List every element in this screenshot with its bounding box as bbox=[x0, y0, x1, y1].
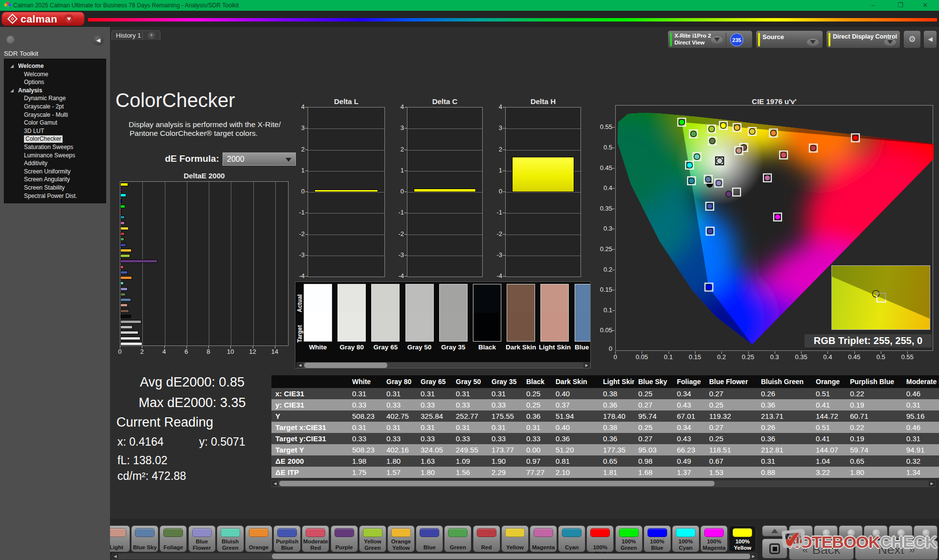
tree-item-saturation-sweeps[interactable]: Saturation Sweeps bbox=[24, 144, 73, 151]
restore-icon[interactable]: ❐ bbox=[889, 0, 912, 11]
de-bar-100-cyan bbox=[120, 194, 126, 197]
tree-item-colorchecker[interactable]: ColorChecker bbox=[24, 135, 63, 143]
panel-collapse-button[interactable]: ◀ bbox=[923, 30, 937, 48]
patch-button-cyan[interactable]: Cyan bbox=[558, 525, 585, 552]
tick bbox=[305, 276, 308, 277]
patch-button-100-blue[interactable]: 100%Blue bbox=[644, 525, 671, 552]
patch-button-red[interactable]: Red bbox=[473, 525, 500, 552]
close-icon[interactable]: ✕ bbox=[914, 0, 937, 11]
y-tick-label: 4 bbox=[490, 103, 502, 110]
display-control-dropdown[interactable]: Direct Display Control bbox=[826, 30, 900, 48]
scroll-right-icon[interactable]: ▶ bbox=[583, 363, 590, 368]
source-dropdown[interactable]: Source bbox=[756, 30, 823, 48]
tick bbox=[854, 351, 855, 354]
cell: 0.27 bbox=[634, 399, 673, 410]
add-tab-button[interactable]: + bbox=[142, 31, 160, 40]
patch-button-moderate-red[interactable]: ModerateRed bbox=[302, 525, 329, 552]
patch-button-orange[interactable]: Orange bbox=[245, 525, 272, 552]
cell: 95.16 bbox=[902, 410, 939, 422]
scroll-thumb[interactable] bbox=[272, 554, 750, 559]
y-tick-label: 3 bbox=[292, 124, 305, 131]
patch-button-purple[interactable]: Purple bbox=[331, 525, 358, 552]
tree-item-dynamic-range[interactable]: Dynamic Range bbox=[24, 95, 66, 102]
scroll-left-icon[interactable]: ◀ bbox=[297, 363, 303, 368]
patch-button-green[interactable]: Green bbox=[444, 525, 471, 552]
patch-button-magenta[interactable]: Magenta bbox=[530, 525, 557, 552]
cell: 0.43 bbox=[673, 399, 705, 410]
tree-item-screen-stability[interactable]: Screen Stability bbox=[24, 184, 65, 192]
patch-button-yellow[interactable]: Yellow bbox=[501, 525, 529, 552]
tree-item-grayscale-multi[interactable]: Grayscale - Multi bbox=[24, 111, 68, 119]
patch-button-100-yellow[interactable]: 100%Yellow bbox=[729, 525, 756, 552]
workflow-options-button[interactable] bbox=[6, 35, 16, 45]
cell: 0.31 bbox=[452, 388, 488, 399]
tree-item-color-gamut[interactable]: Color Gamut bbox=[24, 119, 57, 127]
tree-item-analysis[interactable]: Analysis bbox=[18, 87, 42, 94]
cell: 94.91 bbox=[902, 444, 939, 455]
calman-menu-dropdown-icon[interactable] bbox=[64, 14, 73, 23]
tree-item-luminance-sweeps[interactable]: Luminance Sweeps bbox=[24, 152, 75, 159]
patch-button-foliage[interactable]: Foliage bbox=[159, 525, 187, 552]
table-scrollbar[interactable]: ◀ ▶ bbox=[271, 480, 936, 487]
tree-expand-icon[interactable] bbox=[10, 65, 14, 68]
patch-button-100-cyan[interactable]: 100%Cyan bbox=[672, 525, 699, 552]
cell: 66.23 bbox=[673, 444, 705, 455]
sidebar-collapse-icon[interactable]: ◀ bbox=[93, 35, 104, 45]
tick bbox=[305, 192, 308, 192]
gridline bbox=[253, 182, 254, 345]
patch-button-100-green[interactable]: 100%Green bbox=[615, 525, 643, 552]
scroll-left-icon[interactable]: ◀ bbox=[272, 481, 278, 486]
scroll-right-icon[interactable]: ▶ bbox=[929, 481, 935, 486]
y-tick-label: 1 bbox=[292, 167, 305, 174]
cell: 0.25 bbox=[522, 388, 552, 399]
patch-button-blue-sky[interactable]: Blue Sky bbox=[131, 525, 158, 552]
tree-item-screen-uniformity[interactable]: Screen Uniformity bbox=[24, 168, 70, 175]
patch-button-100-red[interactable]: 100% Red bbox=[586, 525, 614, 552]
cell: 325.84 bbox=[417, 410, 452, 422]
gridline bbox=[407, 171, 482, 172]
patch-button-blue-flower[interactable]: BlueFlower bbox=[188, 525, 216, 552]
meter-dropdown[interactable]: X-Rite i1Pro 2 Direct View 235 bbox=[668, 30, 753, 48]
y-tick-label: -1 bbox=[292, 209, 305, 216]
settings-button[interactable]: ⚙ bbox=[903, 30, 921, 48]
meter-dropdown-icon[interactable] bbox=[714, 38, 720, 42]
y-tick-label: 2 bbox=[490, 146, 502, 153]
gear-icon: ⚙ bbox=[908, 35, 916, 44]
tree-item-options[interactable]: Options bbox=[24, 79, 44, 86]
de-formula-select[interactable]: 2000 bbox=[223, 152, 296, 166]
cie-point bbox=[716, 180, 722, 186]
tree-item-spectral-power-dist-[interactable]: Spectral Power Dist. bbox=[24, 193, 77, 200]
meter-count-badge[interactable]: 235 bbox=[730, 33, 743, 46]
tree-item-welcome[interactable]: Welcome bbox=[18, 63, 44, 70]
tree-item-grayscale-2pt[interactable]: Grayscale - 2pt bbox=[24, 103, 64, 110]
scroll-right-icon[interactable]: ▶ bbox=[750, 554, 757, 559]
patch-button-purplish-blue[interactable]: PurplishBlue bbox=[273, 525, 301, 552]
scroll-thumb[interactable] bbox=[304, 363, 387, 368]
tree-item-additivity[interactable]: Additivity bbox=[24, 160, 47, 167]
tick bbox=[612, 270, 615, 270]
tree-item-welcome[interactable]: Welcome bbox=[24, 71, 48, 78]
ddc-dropdown-icon[interactable] bbox=[887, 40, 893, 44]
scroll-left-icon[interactable]: ◀ bbox=[112, 554, 118, 559]
patch-button-100-magenta[interactable]: 100%Magenta bbox=[700, 525, 728, 552]
patch-label: 100% bbox=[672, 538, 699, 545]
max-de: Max dE2000: 3.35 bbox=[113, 392, 271, 413]
delta-chart-delta-h bbox=[505, 107, 581, 277]
patch-button-bluish-green[interactable]: BluishGreen bbox=[217, 525, 244, 552]
tab-history-1[interactable]: History 1 + bbox=[112, 30, 160, 40]
patch-chip bbox=[676, 528, 695, 537]
swatch-scrollbar[interactable]: ◀▶ bbox=[296, 362, 590, 368]
patch-button-blue[interactable]: Blue bbox=[416, 525, 443, 552]
cie-point bbox=[687, 162, 693, 168]
patch-scrollbar[interactable]: ◀▶ bbox=[112, 553, 757, 560]
minimize-icon[interactable]: – bbox=[862, 0, 884, 11]
tree-item-3d-lut[interactable]: 3D LUT bbox=[24, 128, 44, 135]
patch-button-orange-yellow[interactable]: OrangeYellow bbox=[387, 525, 415, 552]
row-label: ΔE ITP bbox=[271, 467, 348, 478]
patch-button-light-skin[interactable]: Light Skin bbox=[110, 525, 130, 552]
calman-menu-button[interactable]: calman bbox=[1, 12, 85, 26]
patch-button-yellow-green[interactable]: YellowGreen bbox=[359, 525, 386, 552]
tree-item-screen-angularity[interactable]: Screen Angularity bbox=[24, 176, 70, 183]
tree-expand-icon[interactable] bbox=[10, 89, 14, 92]
source-dropdown-icon[interactable] bbox=[810, 40, 816, 44]
